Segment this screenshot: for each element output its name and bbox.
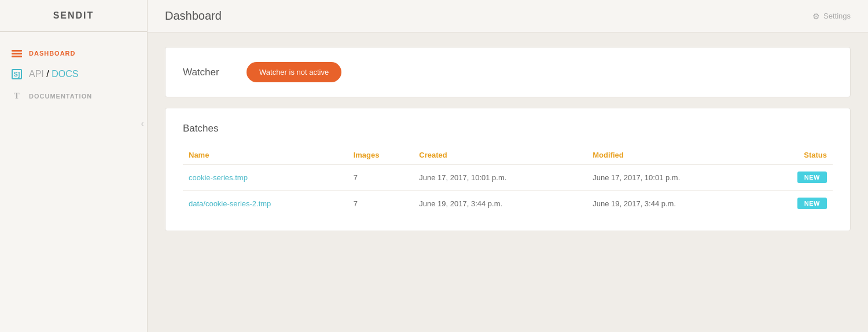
table-row: data/cookie-series-2.tmp 7 June 19, 2017… (183, 191, 833, 217)
sidebar-documentation-label: DOCUMENTATION (29, 93, 92, 100)
sidebar-dashboard-label: DASHBOARD (29, 50, 76, 57)
col-header-status: Status (760, 146, 833, 165)
batch-name-link[interactable]: data/cookie-series-2.tmp (189, 199, 271, 208)
s-icon: S] (12, 69, 22, 79)
dashboard-icon (12, 49, 22, 57)
batch-name-cell[interactable]: data/cookie-series-2.tmp (183, 191, 348, 217)
settings-link[interactable]: ⚙ Settings (812, 12, 851, 21)
batches-card: Batches Name Images Created Modified Sta… (165, 108, 851, 231)
batch-name-link[interactable]: cookie-series.tmp (189, 173, 248, 182)
watcher-status-button[interactable]: Watcher is not active (247, 62, 341, 82)
page-title: Dashboard (165, 9, 222, 23)
api-text: API (29, 69, 44, 79)
col-header-modified: Modified (587, 146, 760, 165)
settings-label: Settings (823, 12, 851, 20)
batch-created-cell: June 19, 2017, 3:44 p.m. (413, 191, 587, 217)
batch-images-cell: 7 (348, 165, 414, 191)
col-header-created: Created (413, 146, 587, 165)
batches-table: Name Images Created Modified Status cook… (183, 146, 833, 216)
sidebar-nav: DASHBOARD S] API / DOCS T DOCUMENTATION (0, 32, 147, 119)
batch-status-cell: NEW (760, 165, 833, 191)
page-header: Dashboard ⚙ Settings (148, 0, 868, 32)
batches-title: Batches (183, 123, 833, 134)
batch-modified-cell: June 17, 2017, 10:01 p.m. (587, 165, 760, 191)
col-header-name: Name (183, 146, 348, 165)
sidebar-collapse-btn[interactable]: ‹ (138, 119, 147, 128)
app-logo: SENDIT (0, 0, 147, 32)
batch-status-cell: NEW (760, 191, 833, 217)
status-badge: NEW (797, 198, 827, 209)
main-content: Watcher Watcher is not active Batches Na… (148, 32, 868, 332)
table-header-row: Name Images Created Modified Status (183, 146, 833, 165)
sidebar-api-label: API / DOCS (29, 69, 78, 79)
col-header-images: Images (348, 146, 414, 165)
status-badge: NEW (797, 172, 827, 183)
docs-text: DOCS (52, 69, 78, 79)
watcher-section: Watcher Watcher is not active (183, 62, 833, 82)
batch-created-cell: June 17, 2017, 10:01 p.m. (413, 165, 587, 191)
sidebar-item-api-docs[interactable]: S] API / DOCS (0, 63, 147, 85)
watcher-card: Watcher Watcher is not active (165, 47, 851, 97)
sidebar: SENDIT DASHBOARD S] API / DOCS T DOCUMEN… (0, 0, 148, 332)
batch-images-cell: 7 (348, 191, 414, 217)
main-area: Dashboard ⚙ Settings Watcher Watcher is … (148, 0, 868, 332)
watcher-label: Watcher (183, 67, 229, 78)
sidebar-item-documentation[interactable]: T DOCUMENTATION (0, 85, 147, 107)
batch-modified-cell: June 19, 2017, 3:44 p.m. (587, 191, 760, 217)
sep-text: / (44, 69, 52, 79)
table-row: cookie-series.tmp 7 June 17, 2017, 10:01… (183, 165, 833, 191)
t-icon: T (12, 91, 22, 101)
sidebar-item-dashboard[interactable]: DASHBOARD (0, 43, 147, 63)
batch-name-cell[interactable]: cookie-series.tmp (183, 165, 348, 191)
gear-icon: ⚙ (812, 12, 820, 21)
